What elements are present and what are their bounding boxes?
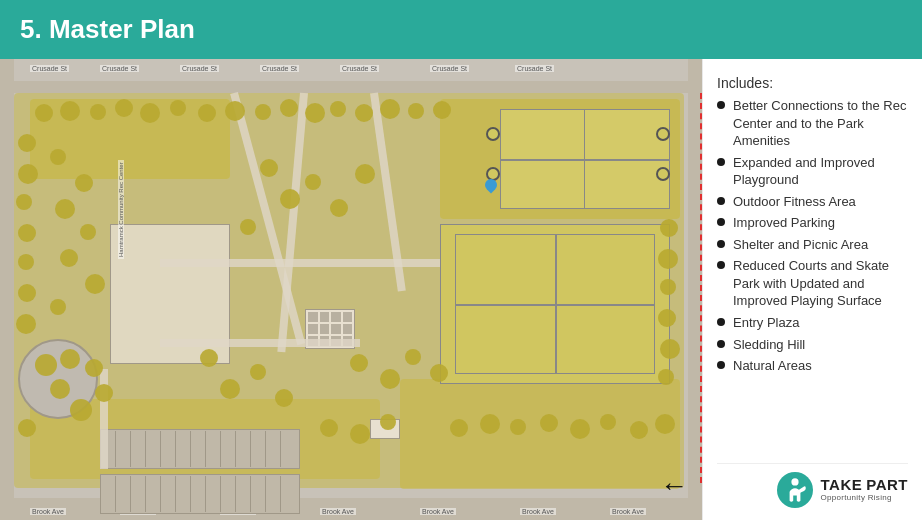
list-item-text-4: Improved Parking	[733, 214, 835, 232]
road-right	[688, 59, 702, 520]
tree-14	[380, 99, 400, 119]
tree-15	[408, 103, 424, 119]
tree-c7	[50, 299, 66, 315]
map-marker	[485, 179, 497, 195]
sidebar: Includes: Better Connections to the Rec …	[702, 59, 922, 520]
bullet-list: Better Connections to the Rec Center and…	[717, 97, 908, 375]
tree-bot3	[250, 364, 266, 380]
tree-c2	[75, 174, 93, 192]
tree-ll1	[35, 354, 57, 376]
tree-bot8	[430, 364, 448, 382]
tree-bot2	[220, 379, 240, 399]
street-label-3: Crusade St	[180, 65, 219, 72]
park-line-2	[130, 431, 131, 467]
rec-center-label: Hamtramck Community Rec Center	[118, 160, 124, 259]
tree-be8	[570, 419, 590, 439]
hoop-1	[486, 127, 500, 141]
brook-label-4: Brook Ave	[320, 508, 356, 515]
park-line-8	[220, 431, 221, 467]
tree-cr6	[240, 219, 256, 235]
tree-13	[355, 104, 373, 122]
park-line-1	[115, 431, 116, 467]
tree-r6	[658, 369, 674, 385]
park2-line-9	[235, 476, 236, 512]
list-item-text-2: Expanded and Improved Playground	[733, 154, 908, 189]
street-label-2: Crusade St	[100, 65, 139, 72]
road-top	[0, 81, 702, 93]
tree-c5	[60, 249, 78, 267]
tree-1	[35, 104, 53, 122]
page-title: 5. Master Plan	[20, 14, 195, 45]
tree-ll4	[50, 379, 70, 399]
tree-bot6	[380, 369, 400, 389]
tree-be3	[380, 414, 396, 430]
tree-5	[140, 103, 160, 123]
tree-c3	[55, 199, 75, 219]
park2-line-3	[145, 476, 146, 512]
brook-label-7: Brook Ave	[610, 508, 646, 515]
list-item-3: Outdoor Fitness Area	[717, 193, 908, 211]
tree-be7	[540, 414, 558, 432]
park2-line-12	[280, 476, 281, 512]
hoop-3	[656, 127, 670, 141]
tree-be9	[600, 414, 616, 430]
tree-c6	[85, 274, 105, 294]
bullet-dot-1	[717, 101, 725, 109]
list-item-7: Entry Plaza	[717, 314, 908, 332]
tree-ll6	[95, 384, 113, 402]
tennis-mid	[455, 304, 655, 306]
park2-line-5	[175, 476, 176, 512]
content-area: Crusade St Crusade St Crusade St Crusade…	[0, 59, 922, 520]
park-line-3	[145, 431, 146, 467]
list-item-text-7: Entry Plaza	[733, 314, 799, 332]
park2-line-10	[250, 476, 251, 512]
tree-be2	[350, 424, 370, 444]
street-label-1: Crusade St	[30, 65, 69, 72]
list-item-2: Expanded and Improved Playground	[717, 154, 908, 189]
map-background: Crusade St Crusade St Crusade St Crusade…	[0, 59, 702, 520]
park-line-9	[235, 431, 236, 467]
park2-line-8	[220, 476, 221, 512]
tree-3	[90, 104, 106, 120]
street-label-4: Crusade St	[260, 65, 299, 72]
tree-r1	[660, 219, 678, 237]
tree-cr4	[330, 199, 348, 217]
bullet-dot-3	[717, 197, 725, 205]
tree-6	[170, 100, 186, 116]
street-label-5: Crusade St	[340, 65, 379, 72]
tree-l6	[18, 284, 36, 302]
logo-text: TAKE PART Opportunity Rising	[821, 477, 908, 502]
brook-label-6: Brook Ave	[520, 508, 556, 515]
brook-label-1: Brook Ave	[30, 508, 66, 515]
court-midline	[500, 159, 670, 161]
list-item-text-1: Better Connections to the Rec Center and…	[733, 97, 908, 150]
park-line-10	[250, 431, 251, 467]
park2-line-4	[160, 476, 161, 512]
tree-r4	[658, 309, 676, 327]
tree-12	[330, 101, 346, 117]
tree-c4	[80, 224, 96, 240]
list-item-text-9: Natural Areas	[733, 357, 812, 375]
street-label-7: Crusade St	[515, 65, 554, 72]
bullet-dot-4	[717, 218, 725, 226]
brook-label-5: Brook Ave	[420, 508, 456, 515]
path-h1	[160, 259, 440, 267]
bullet-dot-6	[717, 261, 725, 269]
park-line-12	[280, 431, 281, 467]
tree-ll2	[60, 349, 80, 369]
bullet-dot-2	[717, 158, 725, 166]
tree-cr5	[355, 164, 375, 184]
park-line-11	[265, 431, 266, 467]
back-arrow[interactable]: ←	[660, 470, 688, 502]
list-item-9: Natural Areas	[717, 357, 908, 375]
list-item-5: Shelter and Picnic Area	[717, 236, 908, 254]
list-item-1: Better Connections to the Rec Center and…	[717, 97, 908, 150]
tree-be6	[510, 419, 526, 435]
tree-bot1	[200, 349, 218, 367]
park-line-6	[190, 431, 191, 467]
svg-point-1	[791, 478, 798, 485]
list-item-text-8: Sledding Hill	[733, 336, 805, 354]
tree-be11	[655, 414, 675, 434]
list-item-text-3: Outdoor Fitness Area	[733, 193, 856, 211]
list-item-text-6: Reduced Courts and Skate Park with Updat…	[733, 257, 908, 310]
